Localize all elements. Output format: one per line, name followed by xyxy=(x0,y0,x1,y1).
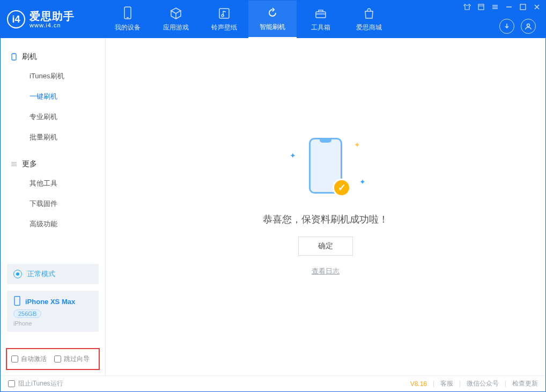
bag-icon xyxy=(362,6,376,20)
sidebar-item-other-tools[interactable]: 其他工具 xyxy=(1,173,105,194)
sparkle-icon: ✦ xyxy=(359,177,366,186)
svg-point-3 xyxy=(222,14,224,17)
cube-icon xyxy=(169,6,183,20)
device-capacity: 256GB xyxy=(13,309,41,318)
sidebar-item-oneclick-flash[interactable]: 一键刷机 xyxy=(1,86,105,107)
titlebar: i4 爱思助手 www.i4.cn 我的设备 应用游戏 铃声壁纸 智能刷机 xyxy=(1,1,545,38)
nav-my-device[interactable]: 我的设备 xyxy=(104,1,152,38)
checkbox-block-itunes[interactable]: 阻止iTunes运行 xyxy=(8,379,63,388)
sparkle-icon: ✦ xyxy=(354,140,360,149)
success-illustration: ✦ ✦ ✦ ✓ xyxy=(285,138,366,202)
app-window: i4 爱思助手 www.i4.cn 我的设备 应用游戏 铃声壁纸 智能刷机 xyxy=(0,0,546,392)
nav-flash[interactable]: 智能刷机 xyxy=(248,1,297,38)
checkbox-input[interactable] xyxy=(8,380,15,387)
sidebar-group-flash: 刷机 xyxy=(1,48,105,66)
sidebar-item-itunes-flash[interactable]: iTunes刷机 xyxy=(1,66,105,86)
version-label: V8.16 xyxy=(410,380,427,388)
mode-label: 正常模式 xyxy=(27,269,55,279)
app-name: 爱思助手 xyxy=(29,10,75,22)
app-logo: i4 爱思助手 www.i4.cn xyxy=(7,10,104,28)
separator xyxy=(460,381,460,387)
success-message: 恭喜您，保资料刷机成功啦！ xyxy=(263,213,388,226)
checkbox-label: 阻止iTunes运行 xyxy=(18,379,63,388)
logo-icon: i4 xyxy=(7,10,25,28)
view-log-link[interactable]: 查看日志 xyxy=(312,267,340,276)
sidebar-scroll[interactable]: 刷机 iTunes刷机 一键刷机 专业刷机 批量刷机 更多 其他工具 下载固件 … xyxy=(1,38,105,261)
nav-wallpaper[interactable]: 铃声壁纸 xyxy=(200,1,248,38)
nav-label: 我的设备 xyxy=(115,23,141,32)
nav-label: 智能刷机 xyxy=(260,23,285,32)
body: 刷机 iTunes刷机 一键刷机 专业刷机 批量刷机 更多 其他工具 下载固件 … xyxy=(1,38,545,375)
group-title: 刷机 xyxy=(22,52,37,62)
user-button[interactable] xyxy=(521,19,536,34)
app-site: www.i4.cn xyxy=(29,22,75,28)
checkbox-input[interactable] xyxy=(11,356,18,363)
minimize-button[interactable] xyxy=(505,3,513,11)
check-update-link[interactable]: 检查更新 xyxy=(512,379,538,388)
sparkle-icon: ✦ xyxy=(290,151,296,160)
mode-icon xyxy=(13,270,22,278)
window-controls xyxy=(463,3,541,11)
checkbox-auto-activate[interactable]: 自动激活 xyxy=(11,354,47,364)
maximize-button[interactable] xyxy=(519,3,527,11)
checkbox-label: 跳过向导 xyxy=(64,354,90,364)
wechat-link[interactable]: 微信公众号 xyxy=(467,379,499,388)
nav-toolbox[interactable]: 工具箱 xyxy=(297,1,345,38)
status-bar: 阻止iTunes运行 V8.16 客服 微信公众号 检查更新 xyxy=(1,375,545,391)
sidebar: 刷机 iTunes刷机 一键刷机 专业刷机 批量刷机 更多 其他工具 下载固件 … xyxy=(1,38,106,375)
svg-rect-1 xyxy=(127,17,129,18)
nav-label: 应用游戏 xyxy=(163,23,189,32)
options-highlight-box: 自动激活 跳过向导 xyxy=(6,348,100,370)
sidebar-group-more: 更多 xyxy=(1,155,105,173)
nav-label: 铃声壁纸 xyxy=(211,23,237,32)
checkbox-skip-guide[interactable]: 跳过向导 xyxy=(54,354,90,364)
ok-button[interactable]: 确定 xyxy=(298,236,353,256)
list-icon xyxy=(10,160,18,168)
nav-apps[interactable]: 应用游戏 xyxy=(152,1,200,38)
checkbox-label: 自动激活 xyxy=(21,354,47,364)
svg-rect-12 xyxy=(520,4,526,10)
titlebar-circle-buttons xyxy=(499,19,536,34)
nav-store[interactable]: 爱思商城 xyxy=(345,1,393,38)
svg-rect-16 xyxy=(12,54,16,60)
svg-rect-20 xyxy=(14,297,20,306)
main-panel: ✦ ✦ ✦ ✓ 恭喜您，保资料刷机成功啦！ 确定 查看日志 xyxy=(106,38,545,375)
sidebar-item-download-firmware[interactable]: 下载固件 xyxy=(1,194,105,214)
group-title: 更多 xyxy=(22,159,37,169)
svg-rect-4 xyxy=(316,12,326,18)
svg-rect-0 xyxy=(124,7,131,19)
toolbox-icon xyxy=(314,6,328,20)
refresh-icon xyxy=(265,6,279,20)
download-button[interactable] xyxy=(499,19,514,34)
menu-icon[interactable] xyxy=(477,3,485,11)
nav-label: 工具箱 xyxy=(311,23,330,32)
check-icon: ✓ xyxy=(333,179,351,197)
sidebar-item-pro-flash[interactable]: 专业刷机 xyxy=(1,107,105,127)
sidebar-item-batch-flash[interactable]: 批量刷机 xyxy=(1,127,105,147)
device-icon xyxy=(121,6,135,20)
close-button[interactable] xyxy=(533,3,541,11)
phone-icon xyxy=(10,53,18,61)
separator xyxy=(433,381,434,387)
svg-rect-2 xyxy=(219,9,229,18)
nav-label: 爱思商城 xyxy=(356,23,382,32)
svg-rect-6 xyxy=(478,4,484,10)
checkbox-input[interactable] xyxy=(54,356,61,363)
device-box[interactable]: iPhone XS Max 256GB iPhone xyxy=(7,291,99,332)
mode-box[interactable]: 正常模式 xyxy=(7,264,99,284)
skin-icon[interactable] xyxy=(463,3,471,11)
sidebar-item-advanced[interactable]: 高级功能 xyxy=(1,214,105,234)
music-icon xyxy=(217,6,231,20)
svg-point-15 xyxy=(527,24,530,27)
device-phone-icon xyxy=(13,296,21,307)
support-link[interactable]: 客服 xyxy=(440,379,453,388)
hamburger-icon[interactable] xyxy=(491,3,499,11)
separator xyxy=(505,381,506,387)
device-type: iPhone xyxy=(13,320,32,327)
device-name: iPhone XS Max xyxy=(25,298,75,306)
